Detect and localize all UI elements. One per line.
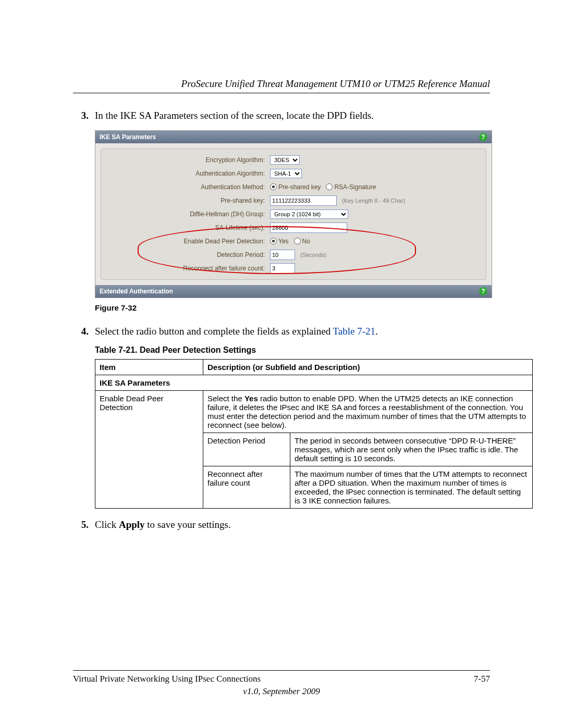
step4-number: 4. xyxy=(73,325,95,339)
label-salife: SA-Lifetime (sec): xyxy=(129,224,270,231)
screenshot-figure: IKE SA Parameters ? Encryption Algorithm… xyxy=(95,130,490,298)
radio-dot-icon xyxy=(270,183,277,190)
psk-input[interactable] xyxy=(270,195,337,206)
cell-item: Enable Dead Peer Detection xyxy=(95,391,203,509)
step3-text: In the IKE SA Parameters section of the … xyxy=(95,109,490,123)
ike-panel-title: IKE SA Parameters xyxy=(100,133,156,141)
step3-number: 3. xyxy=(73,109,95,123)
label-dpd-enable: Enable Dead Peer Detection: xyxy=(129,238,270,245)
cell-desc: The period in seconds between consecutiv… xyxy=(290,433,533,466)
table-caption: Table 7-21. Dead Peer Detection Settings xyxy=(95,346,490,355)
dpd-period-input[interactable] xyxy=(270,250,295,260)
key-length-hint: (Key Length 8 - 49 Char) xyxy=(342,198,405,204)
ext-panel-title: Extended Authentication xyxy=(100,288,173,295)
label-psk: Pre-shared key: xyxy=(129,197,270,204)
help-icon[interactable]: ? xyxy=(479,287,487,295)
help-icon[interactable]: ? xyxy=(479,133,487,141)
footer-chapter: Virtual Private Networking Using IPsec C… xyxy=(73,674,261,684)
th-desc: Description (or Subfield and Description… xyxy=(203,360,533,375)
label-dpd-period: Detection Period: xyxy=(129,251,270,258)
cell-subfield: Detection Period xyxy=(203,433,290,466)
cell-desc: The maximum number of times that the UTM… xyxy=(290,466,533,509)
radio-dot-icon xyxy=(326,183,333,190)
cell-desc: Select the Yes radio button to enable DP… xyxy=(203,391,533,433)
dpd-settings-table: Item Description (or Subfield and Descri… xyxy=(95,359,533,509)
step5-text: Click Apply to save your settings. xyxy=(95,518,490,532)
section-header: IKE SA Parameters xyxy=(95,375,533,391)
footer-page: 7-57 xyxy=(474,674,490,684)
radio-dpd-no[interactable]: No xyxy=(294,238,310,245)
label-enc: Encryption Algorithm: xyxy=(129,156,270,164)
page-header: ProSecure Unified Threat Management UTM1… xyxy=(73,78,490,93)
radio-dot-icon xyxy=(270,238,277,244)
table-7-21-link[interactable]: Table 7-21 xyxy=(333,326,376,337)
label-dpd-reconnect: Reconnect after failure count: xyxy=(129,265,270,272)
figure-caption: Figure 7-32 xyxy=(95,303,490,312)
label-dh: Diffie-Hellman (DH) Group: xyxy=(129,211,270,218)
radio-rsa[interactable]: RSA-Signature xyxy=(326,183,376,191)
seconds-hint: (Seconds) xyxy=(300,252,326,258)
th-item: Item xyxy=(95,360,203,375)
radio-psk[interactable]: Pre-shared key xyxy=(270,183,321,191)
dpd-reconnect-input[interactable] xyxy=(270,263,295,274)
label-authalgo: Authentication Algorithm: xyxy=(129,170,270,177)
cell-subfield: Reconnect after failure count xyxy=(203,466,290,509)
encryption-select[interactable]: 3DES xyxy=(270,155,300,165)
footer-version: v1.0, September 2009 xyxy=(73,686,490,697)
radio-dpd-yes[interactable]: Yes xyxy=(270,238,289,245)
step4-text: Select the radio button and complete the… xyxy=(95,325,490,339)
authalgo-select[interactable]: SHA-1 xyxy=(270,169,302,178)
radio-dot-icon xyxy=(294,238,301,244)
label-authmethod: Authentication Method: xyxy=(129,183,270,191)
dh-select[interactable]: Group 2 (1024 bit) xyxy=(270,209,348,219)
step5-number: 5. xyxy=(73,518,95,532)
salife-input[interactable] xyxy=(270,223,347,233)
